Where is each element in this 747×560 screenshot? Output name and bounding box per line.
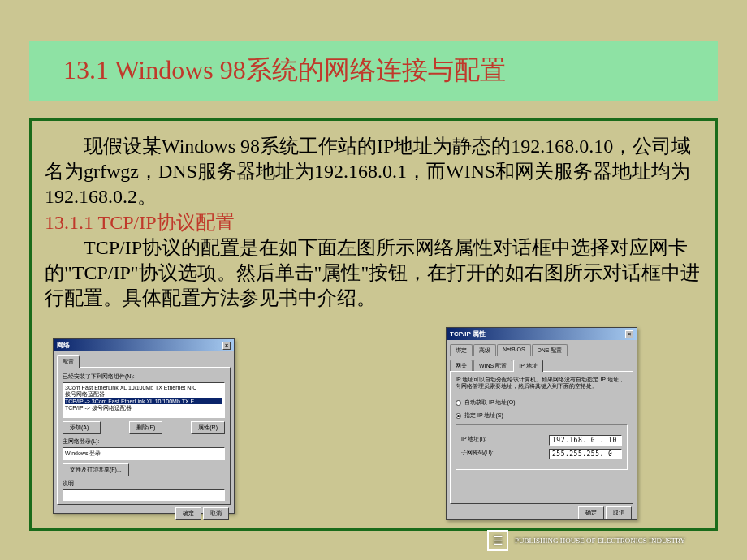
dialog-titlebar: 网络 × xyxy=(54,339,234,351)
list-item-selected[interactable]: TCP/IP -> 3Com Fast EtherLink XL 10/100M… xyxy=(65,398,222,404)
radio-manual-label: 指定 IP 地址(S) xyxy=(464,411,503,420)
dialog-buttons: 确定 取消 xyxy=(54,505,234,523)
tab-wins[interactable]: WINS 配置 xyxy=(473,360,512,372)
mask-label: 子网掩码(U): xyxy=(461,449,510,457)
publisher-name: PUBLISHING HOUSE OF ELECTRONICS INDUSTRY xyxy=(515,536,685,545)
share-button[interactable]: 文件及打印共享(F)... xyxy=(63,463,129,476)
publisher-logo: ☰ PUBLISHING HOUSE OF ELECTRONICS INDUST… xyxy=(487,528,715,554)
radio-manual[interactable] xyxy=(456,413,461,419)
list-item[interactable]: 3Com Fast EtherLink XL 10/100Mb TX Ether… xyxy=(65,385,222,390)
tabs: 配置 xyxy=(57,355,231,367)
ip-group: IP 地址(I): 192.168. 0 . 10 子网掩码(U): 255.2… xyxy=(456,424,628,470)
close-icon[interactable]: × xyxy=(222,342,231,350)
ip-info-text: IP 地址可以自动分配给该计算机。如果网络没有自动指定 IP 地址，向网络管理员… xyxy=(456,377,628,390)
title-banner: 13.1 Windows 98系统的网络连接与配置 xyxy=(29,41,718,101)
add-button[interactable]: 添加(A)... xyxy=(63,421,101,434)
paragraph-2: TCP/IP协议的配置是在如下面左图所示网络属性对话框中选择对应网卡的"TCP/… xyxy=(45,235,707,312)
radio-auto[interactable] xyxy=(456,400,461,406)
slide-title: 13.1 Windows 98系统的网络连接与配置 xyxy=(63,53,506,88)
cancel-button[interactable]: 取消 xyxy=(606,506,632,519)
tab-config[interactable]: 配置 xyxy=(57,355,80,368)
tabs: 绑定 高级 NetBIOS DNS 配置 xyxy=(450,343,633,355)
dialog-title-text: 网络 xyxy=(57,341,70,350)
tab-gateway[interactable]: 网关 xyxy=(450,360,473,372)
content-frame: 现假设某Windows 98系统工作站的IP地址为静态的192.168.0.10… xyxy=(29,118,718,531)
tab-bind[interactable]: 绑定 xyxy=(450,344,473,356)
paragraph-1: 现假设某Windows 98系统工作站的IP地址为静态的192.168.0.10… xyxy=(45,134,707,210)
subheading: 13.1.1 TCP/IP协议配置 xyxy=(45,210,707,235)
close-icon[interactable]: × xyxy=(625,330,633,338)
ip-label: IP 地址(I): xyxy=(461,435,510,443)
components-listbox[interactable]: 3Com Fast EtherLink XL 10/100Mb TX Ether… xyxy=(63,382,225,418)
list-item[interactable]: 拨号网络适配器 xyxy=(65,390,222,398)
tab-body: 已经安装了下列网络组件(N): 3Com Fast EtherLink XL 1… xyxy=(57,367,231,505)
tab-ip[interactable]: IP 地址 xyxy=(513,360,542,372)
ok-button[interactable]: 确定 xyxy=(578,506,604,519)
book-icon: ☰ xyxy=(487,530,508,551)
desc-label: 说明 xyxy=(63,480,225,488)
radio-auto-label: 自动获取 IP 地址(O) xyxy=(464,398,515,407)
tab-body: IP 地址可以自动分配给该计算机。如果网络没有自动指定 IP 地址，向网络管理员… xyxy=(450,371,633,504)
ip-input[interactable]: 192.168. 0 . 10 xyxy=(549,435,622,446)
tcpip-dialog: TCP/IP 属性 × 绑定 高级 NetBIOS DNS 配置 网关 WINS… xyxy=(446,327,637,520)
body-text: 现假设某Windows 98系统工作站的IP地址为静态的192.168.0.10… xyxy=(45,134,707,311)
dialog-title-text: TCP/IP 属性 xyxy=(450,330,486,338)
remove-button[interactable]: 删除(E) xyxy=(129,421,162,434)
tab-adv[interactable]: 高级 xyxy=(473,344,496,356)
dialog-titlebar: TCP/IP 属性 × xyxy=(447,328,637,340)
dialog-buttons: 确定 取消 xyxy=(447,504,637,522)
components-label: 已经安装了下列网络组件(N): xyxy=(63,373,225,381)
desc-box xyxy=(63,489,225,501)
cancel-button[interactable]: 取消 xyxy=(203,507,229,520)
properties-button[interactable]: 属性(R) xyxy=(191,421,225,434)
tabs-row2: 网关 WINS 配置 IP 地址 xyxy=(450,359,633,371)
tab-dns[interactable]: DNS 配置 xyxy=(532,344,568,356)
list-item[interactable]: TCP/IP -> 拨号网络适配器 xyxy=(65,404,222,412)
login-select[interactable]: Windows 登录 xyxy=(63,447,225,460)
ok-button[interactable]: 确定 xyxy=(175,507,201,520)
tab-netbios[interactable]: NetBIOS xyxy=(497,344,531,356)
mask-input[interactable]: 255.255.255. 0 xyxy=(549,449,622,459)
login-label: 主网络登录(L): xyxy=(63,437,225,446)
network-dialog: 网络 × 配置 已经安装了下列网络组件(N): 3Com Fast EtherL… xyxy=(53,338,235,514)
